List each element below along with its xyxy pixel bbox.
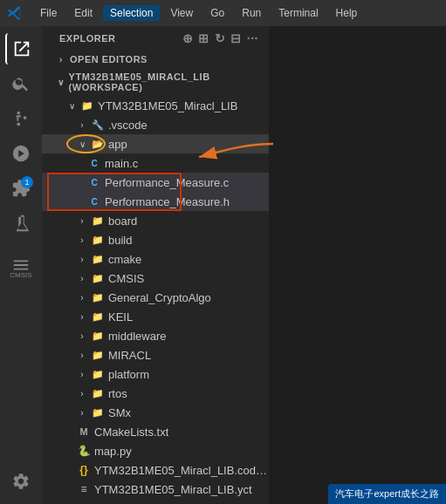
yct-icon: ≡ [77,482,91,496]
cmake-folder-icon: 📁 [91,252,105,266]
folder-platform[interactable]: › 📁 platform [42,364,269,384]
folder-cmake[interactable]: › 📁 cmake [42,249,269,269]
activity-extensions[interactable]: 1 [5,173,37,204]
activity-settings[interactable] [5,466,37,497]
open-editors-chevron: › [56,54,66,65]
perf-h-icon: C [87,194,101,208]
workspace-section[interactable]: ∨ YTM32B1ME05_MIRACL_LIB (WORKSPACE) [42,68,269,96]
cmake-label: cmake [108,253,141,266]
vscode-chevron: › [77,119,87,130]
titlebar: File Edit Selection View Go Run Terminal… [0,0,446,26]
file-map-py[interactable]: 🐍 map.py [42,441,269,460]
platform-chevron: › [77,369,87,379]
watermark: 汽车电子expert成长之路 [328,484,446,504]
folder-ytm32b1me05[interactable]: ∨ 📁 YTM32B1ME05_Miracl_LIB [42,96,269,115]
folder-rtos[interactable]: › 📁 rtos [42,384,269,403]
activity-run-debug[interactable] [5,138,37,169]
menu-run[interactable]: Run [235,5,268,21]
folder-ytm32-label: YTM32B1ME05_Miracl_LIB [98,99,237,112]
yct-label: YTM32B1ME05_Miracl_LIB.yct [94,483,252,496]
rtos-label: rtos [108,387,127,400]
python-icon: 🐍 [77,444,91,458]
cmake-chevron: › [77,254,87,264]
more-actions-icon[interactable]: ··· [247,31,258,45]
activity-explorer[interactable] [5,33,37,65]
menu-file[interactable]: File [33,5,64,21]
workspace-chevron: ∨ [56,77,65,87]
map-py-label: map.py [94,445,132,458]
code-workspace-label: YTM32B1ME05_Miracl_LIB.code-workspace [94,464,269,477]
activity-cmsis[interactable]: CMSIS [5,249,37,281]
open-editors-label: OPEN EDITORS [70,54,148,65]
platform-label: platform [108,368,149,381]
miracl-label: MIRACL [108,349,151,362]
cmsis-folder-icon: 📁 [91,271,105,285]
new-folder-icon[interactable]: ⊞ [198,31,209,45]
menu-view[interactable]: View [163,5,200,21]
extensions-badge: 1 [21,176,33,188]
build-folder-icon: 📁 [91,233,105,247]
refresh-icon[interactable]: ↻ [215,31,226,45]
workspace-label: YTM32B1ME05_MIRACL_LIB (WORKSPACE) [69,72,262,92]
middleware-chevron: › [77,330,87,341]
menu-edit[interactable]: Edit [67,5,99,21]
folder-smx[interactable]: › 📁 SMx [42,403,269,422]
menu-go[interactable]: Go [203,5,231,21]
sidebar-header: Explorer ⊕ ⊞ ↻ ⊟ ··· [42,26,269,51]
sidebar-actions[interactable]: ⊕ ⊞ ↻ ⊟ ··· [182,31,258,45]
rtos-chevron: › [77,388,87,398]
cmsis-chevron: › [77,273,87,283]
folder-keil[interactable]: › 📁 KEIL [42,307,269,326]
board-folder-icon: 📁 [91,214,105,228]
menu-terminal[interactable]: Terminal [271,5,325,21]
main-c-label: main.c [105,157,138,170]
open-editors-section[interactable]: › OPEN EDITORS [42,51,269,68]
collapse-icon[interactable]: ⊟ [230,31,242,45]
menu-help[interactable]: Help [329,5,365,21]
cmake-file-icon: M [77,425,91,439]
app-label: app [108,138,127,151]
workspace-icon: {} [77,463,91,477]
smx-label: SMx [108,406,131,419]
folder-general[interactable]: › 📁 General_CryptoAlgo [42,288,269,307]
folder-build[interactable]: › 📁 build [42,230,269,249]
menu-selection[interactable]: Selection [103,5,160,21]
smx-folder-icon: 📁 [91,405,105,419]
folder-middleware[interactable]: › 📁 middleware [42,326,269,345]
general-label: General_CryptoAlgo [108,291,211,304]
miracl-folder-icon: 📁 [91,348,105,362]
vscode-logo-icon [7,5,23,21]
perf-h-label: Performance_Measure.h [105,195,230,208]
c-icon: C [87,156,101,170]
folder-icon: 📁 [80,99,94,112]
ytm32-chevron: ∨ [66,100,77,111]
keil-folder-icon: 📁 [91,310,105,324]
cmsis-label: CMSIS [108,272,144,285]
activity-bar: 1 CMSIS [0,26,42,504]
platform-folder-icon: 📁 [91,367,105,381]
folder-cmsis[interactable]: › 📁 CMSIS [42,269,269,288]
keil-label: KEIL [108,310,133,324]
build-label: build [108,234,132,247]
file-cmakelists[interactable]: M CMakeLists.txt [42,422,269,441]
activity-source-control[interactable] [5,103,37,134]
activity-test[interactable] [5,208,37,239]
folder-miracl[interactable]: › 📁 MIRACL [42,345,269,364]
sidebar-title: Explorer [59,33,116,44]
menu-bar: File Edit Selection View Go Run Terminal… [33,5,364,21]
board-label: board [108,215,137,228]
app-folder-icon: 📂 [91,137,105,151]
folder-board[interactable]: › 📁 board [42,211,269,230]
file-code-workspace[interactable]: {} YTM32B1ME05_Miracl_LIB.code-workspace [42,460,269,480]
build-chevron: › [77,235,87,245]
file-yct[interactable]: ≡ YTM32B1ME05_Miracl_LIB.yct [42,480,269,499]
smx-chevron: › [77,407,87,418]
main-container: 1 CMSIS Explorer ⊕ ⊞ ↻ ⊟ ··· › OPEN [0,26,446,504]
vscode-label: .vscode [108,119,148,132]
file-perf-h[interactable]: C Performance_Measure.h [42,192,269,211]
middleware-label: middleware [108,330,166,343]
activity-search[interactable] [5,68,37,99]
rtos-folder-icon: 📁 [91,386,105,400]
cmakelists-label: CMakeLists.txt [94,426,168,439]
new-file-icon[interactable]: ⊕ [182,31,194,45]
